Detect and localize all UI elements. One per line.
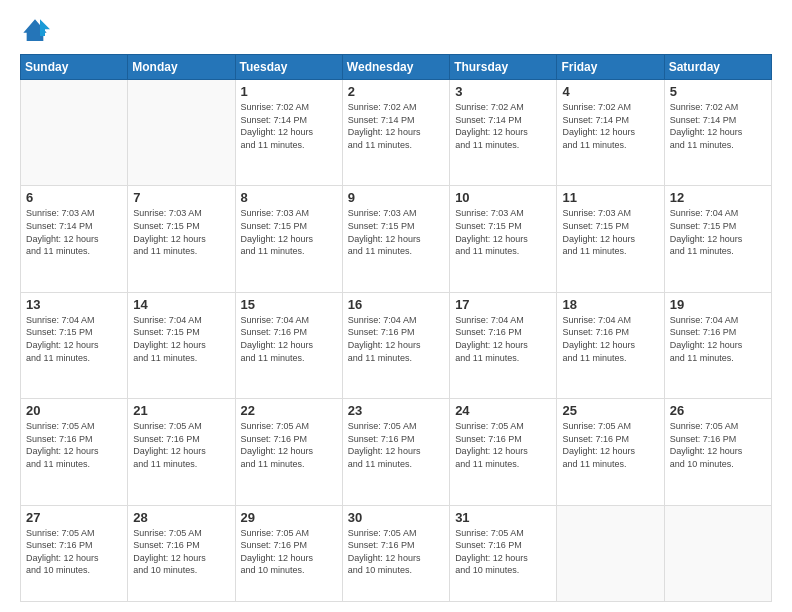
day-cell: 1Sunrise: 7:02 AMSunset: 7:14 PMDaylight… — [235, 80, 342, 186]
day-info: Sunrise: 7:05 AMSunset: 7:16 PMDaylight:… — [133, 527, 229, 577]
day-info: Sunrise: 7:02 AMSunset: 7:14 PMDaylight:… — [348, 101, 444, 151]
day-number: 7 — [133, 190, 229, 205]
day-cell: 2Sunrise: 7:02 AMSunset: 7:14 PMDaylight… — [342, 80, 449, 186]
day-cell — [128, 80, 235, 186]
day-cell: 15Sunrise: 7:04 AMSunset: 7:16 PMDayligh… — [235, 292, 342, 398]
day-info: Sunrise: 7:03 AMSunset: 7:15 PMDaylight:… — [241, 207, 337, 257]
day-info: Sunrise: 7:05 AMSunset: 7:16 PMDaylight:… — [348, 527, 444, 577]
day-info: Sunrise: 7:02 AMSunset: 7:14 PMDaylight:… — [562, 101, 658, 151]
week-row-5: 27Sunrise: 7:05 AMSunset: 7:16 PMDayligh… — [21, 505, 772, 602]
day-info: Sunrise: 7:04 AMSunset: 7:15 PMDaylight:… — [670, 207, 766, 257]
day-cell: 18Sunrise: 7:04 AMSunset: 7:16 PMDayligh… — [557, 292, 664, 398]
col-header-saturday: Saturday — [664, 55, 771, 80]
col-header-tuesday: Tuesday — [235, 55, 342, 80]
day-cell: 28Sunrise: 7:05 AMSunset: 7:16 PMDayligh… — [128, 505, 235, 602]
day-cell: 3Sunrise: 7:02 AMSunset: 7:14 PMDaylight… — [450, 80, 557, 186]
logo-icon — [20, 16, 50, 46]
day-cell: 10Sunrise: 7:03 AMSunset: 7:15 PMDayligh… — [450, 186, 557, 292]
col-header-monday: Monday — [128, 55, 235, 80]
day-number: 5 — [670, 84, 766, 99]
day-cell: 20Sunrise: 7:05 AMSunset: 7:16 PMDayligh… — [21, 399, 128, 505]
day-number: 10 — [455, 190, 551, 205]
day-info: Sunrise: 7:03 AMSunset: 7:15 PMDaylight:… — [455, 207, 551, 257]
col-header-thursday: Thursday — [450, 55, 557, 80]
day-number: 27 — [26, 510, 122, 525]
day-number: 31 — [455, 510, 551, 525]
day-cell: 7Sunrise: 7:03 AMSunset: 7:15 PMDaylight… — [128, 186, 235, 292]
day-headers-row: SundayMondayTuesdayWednesdayThursdayFrid… — [21, 55, 772, 80]
day-info: Sunrise: 7:05 AMSunset: 7:16 PMDaylight:… — [26, 420, 122, 470]
day-number: 6 — [26, 190, 122, 205]
day-cell — [664, 505, 771, 602]
day-number: 22 — [241, 403, 337, 418]
day-number: 26 — [670, 403, 766, 418]
day-info: Sunrise: 7:04 AMSunset: 7:16 PMDaylight:… — [241, 314, 337, 364]
day-cell: 23Sunrise: 7:05 AMSunset: 7:16 PMDayligh… — [342, 399, 449, 505]
week-row-1: 1Sunrise: 7:02 AMSunset: 7:14 PMDaylight… — [21, 80, 772, 186]
day-info: Sunrise: 7:03 AMSunset: 7:14 PMDaylight:… — [26, 207, 122, 257]
day-number: 8 — [241, 190, 337, 205]
day-cell: 22Sunrise: 7:05 AMSunset: 7:16 PMDayligh… — [235, 399, 342, 505]
day-number: 14 — [133, 297, 229, 312]
day-number: 15 — [241, 297, 337, 312]
day-number: 20 — [26, 403, 122, 418]
day-number: 29 — [241, 510, 337, 525]
col-header-wednesday: Wednesday — [342, 55, 449, 80]
day-cell: 5Sunrise: 7:02 AMSunset: 7:14 PMDaylight… — [664, 80, 771, 186]
day-number: 24 — [455, 403, 551, 418]
day-info: Sunrise: 7:05 AMSunset: 7:16 PMDaylight:… — [562, 420, 658, 470]
day-info: Sunrise: 7:05 AMSunset: 7:16 PMDaylight:… — [455, 420, 551, 470]
day-number: 21 — [133, 403, 229, 418]
day-number: 13 — [26, 297, 122, 312]
day-cell: 19Sunrise: 7:04 AMSunset: 7:16 PMDayligh… — [664, 292, 771, 398]
day-number: 17 — [455, 297, 551, 312]
day-info: Sunrise: 7:05 AMSunset: 7:16 PMDaylight:… — [455, 527, 551, 577]
day-info: Sunrise: 7:05 AMSunset: 7:16 PMDaylight:… — [241, 527, 337, 577]
svg-marker-1 — [40, 19, 50, 36]
day-info: Sunrise: 7:05 AMSunset: 7:16 PMDaylight:… — [348, 420, 444, 470]
day-cell — [557, 505, 664, 602]
day-info: Sunrise: 7:03 AMSunset: 7:15 PMDaylight:… — [348, 207, 444, 257]
day-number: 11 — [562, 190, 658, 205]
day-cell — [21, 80, 128, 186]
day-cell: 25Sunrise: 7:05 AMSunset: 7:16 PMDayligh… — [557, 399, 664, 505]
day-cell: 9Sunrise: 7:03 AMSunset: 7:15 PMDaylight… — [342, 186, 449, 292]
day-info: Sunrise: 7:05 AMSunset: 7:16 PMDaylight:… — [241, 420, 337, 470]
day-info: Sunrise: 7:04 AMSunset: 7:16 PMDaylight:… — [562, 314, 658, 364]
week-row-3: 13Sunrise: 7:04 AMSunset: 7:15 PMDayligh… — [21, 292, 772, 398]
day-number: 30 — [348, 510, 444, 525]
day-info: Sunrise: 7:04 AMSunset: 7:15 PMDaylight:… — [133, 314, 229, 364]
day-info: Sunrise: 7:03 AMSunset: 7:15 PMDaylight:… — [133, 207, 229, 257]
day-number: 28 — [133, 510, 229, 525]
day-cell: 24Sunrise: 7:05 AMSunset: 7:16 PMDayligh… — [450, 399, 557, 505]
day-cell: 17Sunrise: 7:04 AMSunset: 7:16 PMDayligh… — [450, 292, 557, 398]
day-cell: 29Sunrise: 7:05 AMSunset: 7:16 PMDayligh… — [235, 505, 342, 602]
day-info: Sunrise: 7:04 AMSunset: 7:16 PMDaylight:… — [348, 314, 444, 364]
day-cell: 12Sunrise: 7:04 AMSunset: 7:15 PMDayligh… — [664, 186, 771, 292]
day-cell: 26Sunrise: 7:05 AMSunset: 7:16 PMDayligh… — [664, 399, 771, 505]
day-number: 19 — [670, 297, 766, 312]
day-number: 16 — [348, 297, 444, 312]
day-cell: 13Sunrise: 7:04 AMSunset: 7:15 PMDayligh… — [21, 292, 128, 398]
day-cell: 8Sunrise: 7:03 AMSunset: 7:15 PMDaylight… — [235, 186, 342, 292]
day-number: 2 — [348, 84, 444, 99]
day-number: 1 — [241, 84, 337, 99]
calendar-table: SundayMondayTuesdayWednesdayThursdayFrid… — [20, 54, 772, 602]
day-number: 4 — [562, 84, 658, 99]
day-cell: 6Sunrise: 7:03 AMSunset: 7:14 PMDaylight… — [21, 186, 128, 292]
day-info: Sunrise: 7:02 AMSunset: 7:14 PMDaylight:… — [670, 101, 766, 151]
day-info: Sunrise: 7:02 AMSunset: 7:14 PMDaylight:… — [241, 101, 337, 151]
day-cell: 16Sunrise: 7:04 AMSunset: 7:16 PMDayligh… — [342, 292, 449, 398]
day-number: 18 — [562, 297, 658, 312]
day-cell: 14Sunrise: 7:04 AMSunset: 7:15 PMDayligh… — [128, 292, 235, 398]
week-row-2: 6Sunrise: 7:03 AMSunset: 7:14 PMDaylight… — [21, 186, 772, 292]
day-number: 23 — [348, 403, 444, 418]
day-cell: 21Sunrise: 7:05 AMSunset: 7:16 PMDayligh… — [128, 399, 235, 505]
day-cell: 27Sunrise: 7:05 AMSunset: 7:16 PMDayligh… — [21, 505, 128, 602]
day-info: Sunrise: 7:04 AMSunset: 7:16 PMDaylight:… — [670, 314, 766, 364]
day-cell: 4Sunrise: 7:02 AMSunset: 7:14 PMDaylight… — [557, 80, 664, 186]
day-info: Sunrise: 7:04 AMSunset: 7:16 PMDaylight:… — [455, 314, 551, 364]
day-info: Sunrise: 7:05 AMSunset: 7:16 PMDaylight:… — [670, 420, 766, 470]
col-header-friday: Friday — [557, 55, 664, 80]
col-header-sunday: Sunday — [21, 55, 128, 80]
